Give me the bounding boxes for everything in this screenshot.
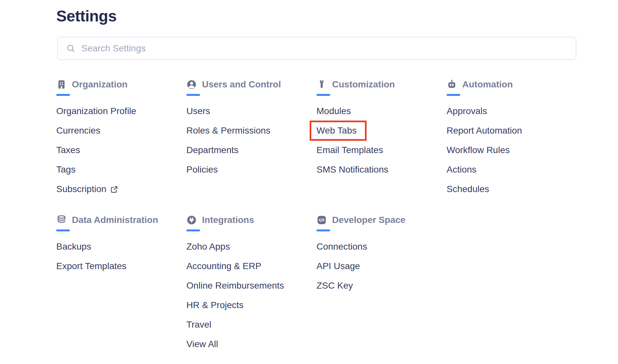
section-organization-header: Organization [56, 79, 186, 90]
section-accent-underline [316, 94, 330, 96]
settings-link-taxes[interactable]: Taxes [56, 140, 186, 160]
section-integrations-header: Integrations [186, 214, 316, 226]
settings-link-roles-permissions[interactable]: Roles & Permissions [186, 121, 316, 140]
section-items: Zoho Apps Accounting & ERP Online Reimbu… [186, 237, 316, 354]
settings-link-currencies[interactable]: Currencies [56, 121, 186, 140]
settings-link-online-reimbursements[interactable]: Online Reimbursements [186, 276, 316, 295]
settings-link-departments[interactable]: Departments [186, 140, 316, 160]
section-users-and-control-header: Users and Control [186, 79, 316, 90]
settings-link-zsc-key[interactable]: ZSC Key [316, 276, 447, 295]
section-label: Developer Space [332, 215, 406, 225]
section-accent-underline [186, 94, 200, 96]
settings-link-export-templates[interactable]: Export Templates [56, 256, 186, 276]
settings-link-tags[interactable]: Tags [56, 160, 186, 179]
section-accent-underline [56, 229, 70, 231]
settings-link-view-all[interactable]: View All [186, 334, 316, 354]
settings-link-hr-projects[interactable]: HR & Projects [186, 295, 316, 315]
section-integrations: Integrations Zoho Apps Accounting & ERP … [186, 214, 316, 354]
section-accent-underline [447, 94, 460, 96]
section-label: Organization [72, 79, 128, 90]
section-accent-underline [186, 229, 200, 231]
section-developer-space-header: Developer Space [316, 214, 447, 226]
section-automation-header: Automation [447, 79, 577, 90]
section-label: Data Administration [72, 215, 158, 225]
section-items: Approvals Report Automation Workflow Rul… [447, 101, 577, 199]
section-data-administration: Data Administration Backups Export Templ… [56, 214, 186, 276]
building-icon [56, 79, 67, 90]
settings-link-schedules[interactable]: Schedules [447, 179, 577, 199]
settings-link-modules[interactable]: Modules [316, 101, 447, 121]
section-data-administration-header: Data Administration [56, 214, 186, 226]
section-customization-header: Customization [316, 79, 447, 90]
section-developer-space: Developer Space Connections API Usage ZS… [316, 214, 447, 295]
section-customization: Customization Modules Web Tabs Email Tem… [316, 79, 447, 179]
settings-link-travel[interactable]: Travel [186, 315, 316, 334]
code-icon [316, 215, 327, 225]
plug-icon [186, 215, 197, 225]
section-accent-underline [316, 229, 330, 231]
user-circle-icon [186, 79, 197, 90]
section-label: Users and Control [202, 79, 281, 90]
section-users-and-control: Users and Control Users Roles & Permissi… [186, 79, 316, 179]
database-icon [56, 215, 67, 225]
page-title: Settings [56, 7, 116, 25]
section-label: Integrations [202, 215, 254, 225]
section-label: Automation [462, 79, 513, 90]
highlight-annotation-box: Web Tabs [310, 121, 367, 141]
settings-link-users[interactable]: Users [186, 101, 316, 121]
robot-icon [447, 79, 457, 90]
section-items: Backups Export Templates [56, 237, 186, 276]
settings-link-sms-notifications[interactable]: SMS Notifications [316, 160, 447, 179]
wrench-icon [316, 79, 327, 90]
settings-link-backups[interactable]: Backups [56, 237, 186, 256]
settings-link-web-tabs[interactable]: Web Tabs [316, 121, 447, 140]
settings-search-bar [57, 37, 576, 60]
settings-link-subscription[interactable]: Subscription [56, 179, 186, 199]
external-link-icon [110, 185, 118, 194]
settings-link-actions[interactable]: Actions [447, 160, 577, 179]
section-items: Modules Web Tabs Email Templates SMS Not… [316, 101, 447, 179]
search-icon [66, 44, 75, 53]
settings-link-organization-profile[interactable]: Organization Profile [56, 101, 186, 121]
section-automation: Automation Approvals Report Automation W… [447, 79, 577, 199]
search-input[interactable] [81, 43, 576, 54]
settings-link-report-automation[interactable]: Report Automation [447, 121, 577, 140]
section-items: Organization Profile Currencies Taxes Ta… [56, 101, 186, 199]
section-organization: Organization Organization Profile Curren… [56, 79, 186, 199]
section-items: Users Roles & Permissions Departments Po… [186, 101, 316, 179]
settings-link-zoho-apps[interactable]: Zoho Apps [186, 237, 316, 256]
section-accent-underline [56, 94, 70, 96]
settings-link-connections[interactable]: Connections [316, 237, 447, 256]
settings-link-accounting-erp[interactable]: Accounting & ERP [186, 256, 316, 276]
settings-link-email-templates[interactable]: Email Templates [316, 140, 447, 160]
settings-link-approvals[interactable]: Approvals [447, 101, 577, 121]
section-label: Customization [332, 79, 395, 90]
settings-link-workflow-rules[interactable]: Workflow Rules [447, 140, 577, 160]
settings-link-api-usage[interactable]: API Usage [316, 256, 447, 276]
settings-link-policies[interactable]: Policies [186, 160, 316, 179]
section-items: Connections API Usage ZSC Key [316, 237, 447, 295]
